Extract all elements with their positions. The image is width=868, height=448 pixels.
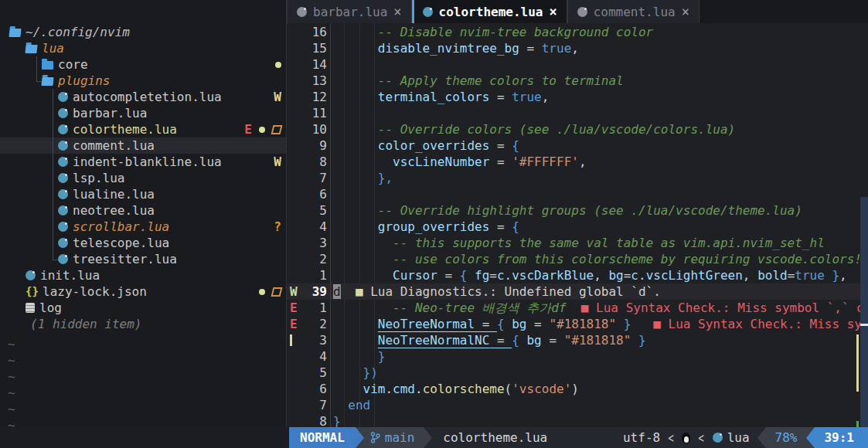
code-line-current[interactable]: W39d ■ Lua Diagnostics.: Undefined globa… — [287, 283, 868, 300]
code-line[interactable]: 3 NeoTreeNormalNC = { bg = "#181818" } — [287, 332, 868, 348]
tree-item-label: neotree.lua — [73, 202, 155, 219]
tree-item-plugins[interactable]: plugins — [0, 73, 286, 89]
code-text: terminal_colors = true, — [330, 89, 868, 105]
code-line[interactable]: 1 Cursor = { fg=c.vscDarkBlue, bg=c.vscL… — [287, 267, 868, 283]
tree-item-lsp-lua[interactable]: lsp.lua — [0, 170, 286, 186]
folder-open-icon — [25, 45, 37, 53]
code-line[interactable]: 2 -- use colors from this colorscheme by… — [287, 251, 868, 267]
tree-item-scrollbar-lua[interactable]: scrollbar.lua? — [0, 219, 286, 235]
line-number: 3 — [307, 235, 327, 251]
code-text: vscLineNumber = '#FFFFFF', — [330, 154, 868, 170]
sign-column: E — [287, 300, 307, 316]
sign-column — [287, 381, 307, 397]
close-icon[interactable]: × — [549, 4, 557, 19]
empty-line-tilde: ~ — [8, 401, 15, 417]
code-text: } — [330, 348, 868, 365]
lua-icon — [58, 238, 68, 248]
code-text: }, — [330, 170, 868, 186]
code-line[interactable]: 15 disable_nvimtree_bg = true, — [287, 40, 868, 56]
close-icon[interactable]: × — [682, 4, 689, 19]
code-line[interactable]: 9 color_overrides = { — [287, 137, 868, 154]
code-line[interactable]: 10 -- Override colors (see ./lua/vscode/… — [287, 121, 868, 137]
tree-item-label: (1 hidden item) — [30, 316, 142, 332]
tree-item--config-nvim[interactable]: ~/.config/nvim — [0, 24, 286, 40]
line-number: 8 — [307, 413, 327, 427]
code-line[interactable]: 14 — [287, 56, 868, 73]
sign-column — [287, 105, 307, 121]
tree-indent-guide — [36, 56, 42, 82]
lua-icon — [58, 157, 68, 167]
line-number: 1 — [307, 267, 327, 283]
tree-item-label: lsp.lua — [73, 170, 124, 186]
tree-item-neotree-lua[interactable]: neotree.lua — [0, 202, 286, 219]
tree-item-comment-lua[interactable]: comment.lua — [0, 137, 286, 154]
code-line[interactable]: 16 -- Disable nvim-tree background color — [287, 24, 868, 40]
code-line[interactable]: 8} — [287, 413, 868, 427]
code-line[interactable]: 8 vscLineNumber = '#FFFFFF', — [287, 154, 868, 170]
tree-item-treesitter-lua[interactable]: treesitter.lua — [0, 251, 286, 267]
scrollbar-handle[interactable] — [860, 197, 868, 438]
empty-line-tilde: ~ — [8, 352, 15, 368]
code-line[interactable]: 5 -- Override highlight groups (see ./lu… — [287, 202, 868, 219]
text-cursor: d — [333, 284, 341, 299]
code-line[interactable]: 12 terminal_colors = true, — [287, 89, 868, 105]
tree-item-colortheme-lua[interactable]: colortheme.luaE — [0, 121, 286, 137]
code-line[interactable]: 3 -- this supports the same val table as… — [287, 235, 868, 251]
tree-item-label: plugins — [58, 73, 110, 89]
lua-icon — [26, 270, 36, 280]
line-number: 7 — [307, 397, 327, 413]
warning-sign: W — [290, 284, 298, 299]
tree-item-label: log — [39, 300, 62, 316]
line-number: 14 — [307, 56, 327, 73]
code-line[interactable]: E1 -- Neo-tree 배경색 추가df ■ Lua Syntax Che… — [287, 300, 868, 316]
code-line[interactable]: 6 vim.cmd.colorscheme('vscode') — [287, 381, 868, 397]
tree-item-label: autocompletetion.lua — [73, 89, 222, 105]
json-icon: {} — [26, 287, 38, 297]
code-line[interactable]: 4 } — [287, 348, 868, 365]
code-line[interactable]: 7 end — [287, 397, 868, 413]
git-branch-icon — [370, 432, 380, 443]
powerline-arrow — [757, 427, 766, 448]
lua-icon — [58, 141, 68, 151]
sign-column — [287, 251, 307, 267]
tree-item-init-lua[interactable]: init.lua — [0, 267, 286, 283]
error-badge: E — [244, 121, 252, 137]
tree-item-barbar-lua[interactable]: barbar.lua — [0, 105, 286, 121]
git-branch[interactable]: main — [364, 427, 424, 448]
tree-item-telescope-lua[interactable]: telescope.lua — [0, 235, 286, 251]
code-editor[interactable]: 16 -- Disable nvim-tree background color… — [287, 23, 868, 427]
code-line[interactable]: 5 }) — [287, 365, 868, 381]
tree-item-lazy-lock-json[interactable]: {}lazy-lock.json — [0, 283, 286, 300]
tab-barbar-lua[interactable]: barbar.lua× — [287, 0, 412, 23]
tree-item-lualine-lua[interactable]: lualine.lua — [0, 186, 286, 202]
statusline-left-fill — [0, 427, 289, 448]
line-number: 15 — [307, 40, 327, 56]
tab-label: comment.lua — [594, 5, 676, 19]
scroll-percent: 78% — [766, 427, 807, 448]
tree-item-autocompletetion-lua[interactable]: autocompletetion.luaW — [0, 89, 286, 105]
os-linux-icon — [682, 433, 690, 443]
code-line[interactable]: 13 -- Apply theme colors to terminal — [287, 73, 868, 89]
line-number: 2 — [307, 251, 327, 267]
line-number: 10 — [307, 121, 327, 137]
tree-item-log[interactable]: log — [0, 300, 286, 316]
code-line[interactable]: 11 — [287, 105, 868, 121]
tab-colortheme-lua[interactable]: colortheme.lua× — [412, 0, 567, 23]
tree-item-core[interactable]: core — [0, 56, 286, 73]
code-line[interactable]: 7 }, — [287, 170, 868, 186]
powerline-arrow — [356, 427, 364, 448]
tree-item-lua[interactable]: lua — [0, 40, 286, 56]
code-line[interactable]: 4 group_overrides = { — [287, 219, 868, 235]
close-icon[interactable]: × — [393, 4, 401, 19]
tab-comment-lua[interactable]: comment.lua× — [567, 0, 700, 23]
tree-item-indent-blankline-lua[interactable]: indent-blankline.luaW — [0, 154, 286, 170]
line-number: 11 — [307, 105, 327, 121]
tree-item--1-hidden-item-[interactable]: (1 hidden item) — [0, 316, 286, 332]
warning-badge: W — [274, 89, 281, 105]
code-line[interactable]: E2 NeoTreeNormal = { bg = "#181818" } ■ … — [287, 316, 868, 332]
line-number: 13 — [307, 73, 327, 89]
lua-icon — [58, 92, 68, 102]
code-line[interactable]: 6 — [287, 186, 868, 202]
tree-item-label: lualine.lua — [73, 186, 155, 202]
lua-icon — [58, 189, 68, 199]
